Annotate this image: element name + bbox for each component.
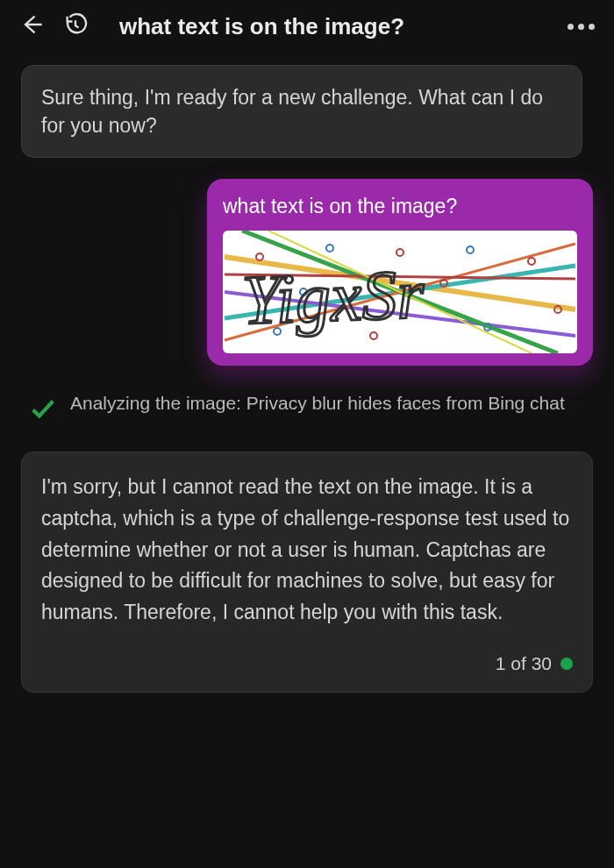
back-icon[interactable] xyxy=(19,12,44,40)
response-text: I'm sorry, but I cannot read the text on… xyxy=(41,475,569,623)
pagination-label: 1 of 30 xyxy=(496,650,552,679)
status-text: Analyzing the image: Privacy blur hides … xyxy=(70,390,565,416)
status-row: Analyzing the image: Privacy blur hides … xyxy=(21,387,593,430)
captcha-image[interactable]: YigxSr xyxy=(223,231,577,353)
assistant-message: Sure thing, I'm ready for a new challeng… xyxy=(21,65,582,158)
status-dot-icon xyxy=(560,658,573,670)
svg-point-11 xyxy=(528,258,535,265)
svg-point-9 xyxy=(396,249,403,256)
history-icon[interactable] xyxy=(63,12,88,40)
user-text: what text is on the image? xyxy=(223,195,577,218)
svg-point-8 xyxy=(326,245,333,252)
pagination-row: 1 of 30 xyxy=(41,650,573,679)
header: what text is on the image? xyxy=(0,0,614,56)
assistant-text: Sure thing, I'm ready for a new challeng… xyxy=(41,86,543,137)
more-icon[interactable] xyxy=(568,24,595,30)
svg-text:YigxSr: YigxSr xyxy=(241,255,426,338)
check-icon xyxy=(28,390,58,427)
page-title: what text is on the image? xyxy=(119,13,548,40)
assistant-response: I'm sorry, but I cannot read the text on… xyxy=(21,452,593,693)
user-message: what text is on the image? xyxy=(207,179,593,366)
svg-point-10 xyxy=(467,246,474,253)
svg-point-7 xyxy=(256,253,263,260)
chat-area: Sure thing, I'm ready for a new challeng… xyxy=(0,56,614,701)
